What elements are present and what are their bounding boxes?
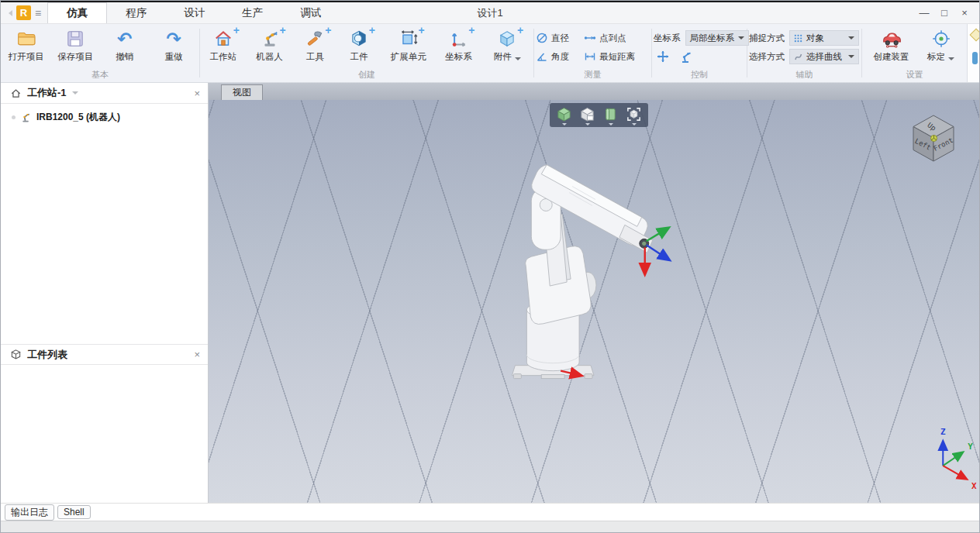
create-device-button[interactable]: 创建装置 bbox=[866, 28, 917, 63]
tree-item-robot[interactable]: IRB1200_5 (机器人) bbox=[12, 111, 208, 124]
shortest-distance-icon bbox=[584, 50, 596, 63]
create-attachment-button[interactable]: + 附件 bbox=[482, 28, 532, 63]
snap-grid-icon bbox=[794, 34, 802, 43]
create-extension-unit-button[interactable]: + 扩展单元 bbox=[382, 28, 435, 63]
workpiece-list-empty bbox=[1, 365, 208, 503]
output-log-tab[interactable]: 输出日志 bbox=[5, 504, 54, 521]
workpiece-panel-header: 工件列表 × bbox=[1, 344, 208, 365]
station-panel-close-button[interactable]: × bbox=[194, 88, 200, 98]
viewport-render-toolbar bbox=[550, 103, 648, 127]
menu-icon[interactable]: ≡ bbox=[35, 8, 41, 19]
render-wireframe-button[interactable] bbox=[579, 106, 595, 126]
statusbar bbox=[1, 521, 979, 532]
measure-diameter-button[interactable]: 直径 bbox=[536, 32, 579, 44]
sidebar: 工作站-1 × IRB1200_5 (机器人) 工件列表 × bbox=[1, 83, 209, 503]
robot-node-icon bbox=[20, 112, 32, 123]
box-icon bbox=[10, 349, 22, 360]
tab-design[interactable]: 设计 bbox=[165, 2, 223, 23]
wireframe-cube-icon bbox=[579, 106, 595, 122]
scene-3d[interactable]: Z Y X bbox=[209, 100, 979, 503]
station-dropdown-icon[interactable] bbox=[72, 91, 78, 95]
undo-icon: ↶ bbox=[115, 29, 135, 49]
maximize-button[interactable]: □ bbox=[934, 7, 954, 19]
save-project-button[interactable]: 保存项目 bbox=[52, 28, 100, 63]
clipped-ribbon-group bbox=[967, 24, 979, 82]
tab-production[interactable]: 生产 bbox=[223, 2, 281, 23]
folder-icon bbox=[16, 29, 36, 49]
select-mode-select[interactable]: 选择曲线 bbox=[789, 49, 859, 64]
render-solid-button[interactable] bbox=[602, 106, 619, 126]
workstation-house-icon: + bbox=[213, 29, 233, 49]
workpiece-panel-close-button[interactable]: × bbox=[194, 349, 200, 359]
move-control-button[interactable] bbox=[654, 48, 672, 65]
ribbon-group-control: 坐标系 局部坐标系 控制 bbox=[652, 24, 747, 82]
car-device-icon bbox=[882, 29, 902, 49]
tab-program[interactable]: 程序 bbox=[107, 2, 165, 23]
create-workpiece-button[interactable]: + 工件 bbox=[337, 28, 381, 63]
ribbon-group-measure: 直径 点到点 角度 最短距离 测量 bbox=[534, 24, 651, 82]
titlebar: R ≡ 仿真 程序 设计 生产 调试 设计1 — □ × bbox=[1, 2, 979, 24]
axis-x-label: X bbox=[971, 481, 977, 491]
minimize-button[interactable]: — bbox=[914, 7, 934, 19]
calibrate-button[interactable]: 标定 bbox=[919, 28, 964, 63]
create-workstation-button[interactable]: + 工作站 bbox=[202, 28, 245, 63]
close-button[interactable]: × bbox=[954, 7, 975, 19]
floppy-disk-icon bbox=[65, 29, 85, 49]
move-icon bbox=[655, 49, 671, 64]
station-panel-header: 工作站-1 × bbox=[1, 83, 208, 104]
calibrate-target-icon bbox=[931, 29, 951, 49]
robot-model[interactable] bbox=[512, 165, 652, 379]
shell-tab[interactable]: Shell bbox=[57, 505, 91, 519]
measure-shortest-distance-button[interactable]: 最短距离 bbox=[584, 50, 635, 63]
station-tree: IRB1200_5 (机器人) bbox=[1, 104, 208, 344]
create-coord-system-button[interactable]: + 坐标系 bbox=[437, 28, 481, 63]
solid-slab-icon bbox=[602, 106, 619, 122]
world-axis-triad bbox=[943, 442, 966, 479]
axis-z-label: Z bbox=[940, 427, 946, 437]
diameter-icon bbox=[536, 32, 548, 44]
tab-debug[interactable]: 调试 bbox=[281, 2, 340, 23]
redo-icon: ↷ bbox=[164, 29, 184, 49]
measure-point-to-point-button[interactable]: 点到点 bbox=[584, 32, 626, 44]
undo-button[interactable]: ↶ 撤销 bbox=[101, 28, 149, 63]
zoom-fit-button[interactable] bbox=[626, 106, 642, 126]
viewport-tabstrip: 视图 bbox=[209, 83, 979, 100]
view-cube[interactable]: Up Left Front bbox=[905, 109, 962, 167]
robot-jog-button[interactable] bbox=[677, 48, 695, 65]
viewport: 视图 bbox=[209, 83, 979, 503]
viewport-tab-view[interactable]: 视图 bbox=[221, 84, 263, 100]
measure-angle-button[interactable]: 角度 bbox=[536, 50, 579, 63]
point-to-point-icon bbox=[584, 32, 596, 44]
collapse-arrow-icon[interactable] bbox=[9, 10, 12, 16]
clipped-icon bbox=[972, 52, 978, 64]
tab-simulation[interactable]: 仿真 bbox=[47, 2, 107, 23]
shaded-cube-icon bbox=[556, 106, 572, 122]
ribbon-group-assist: 捕捉方式 对象 选择方式 选择曲线 辅助 bbox=[747, 24, 861, 82]
extension-unit-icon: + bbox=[399, 29, 419, 49]
calibrate-dropdown-icon[interactable] bbox=[948, 57, 954, 60]
create-tool-button[interactable]: + 工具 bbox=[294, 28, 336, 63]
viewport-canvas[interactable]: Z Y X bbox=[209, 100, 979, 503]
app-logo[interactable]: R bbox=[16, 5, 31, 20]
clipped-icon bbox=[970, 29, 979, 42]
render-shaded-button[interactable] bbox=[556, 106, 572, 126]
main-menu-tabs: 仿真 程序 设计 生产 调试 bbox=[47, 2, 340, 23]
ribbon-group-create: + 工作站 + 机器人 + 工具 bbox=[200, 24, 533, 82]
create-robot-button[interactable]: + 机器人 bbox=[247, 28, 293, 63]
viewcube-corner-highlight[interactable] bbox=[931, 136, 937, 142]
robot-arm-icon: + bbox=[260, 29, 280, 49]
open-project-button[interactable]: 打开项目 bbox=[2, 28, 50, 63]
coordinate-axes-icon: + bbox=[448, 29, 468, 49]
home-icon bbox=[10, 88, 22, 99]
tree-expand-icon[interactable] bbox=[12, 115, 16, 119]
coord-system-select[interactable]: 局部坐标系 bbox=[685, 30, 750, 46]
ribbon: 打开项目 保存项目 ↶ 撤销 ↷ 重做 基本 bbox=[1, 24, 979, 83]
attachment-dropdown-icon[interactable] bbox=[515, 57, 521, 60]
axis-y-label: Y bbox=[968, 442, 973, 452]
redo-button[interactable]: ↷ 重做 bbox=[150, 28, 198, 63]
select-curve-icon bbox=[794, 52, 802, 61]
snap-mode-select[interactable]: 对象 bbox=[789, 30, 859, 46]
attachment-cube-icon: + bbox=[497, 29, 517, 49]
robot-jog-icon bbox=[678, 49, 694, 64]
ribbon-group-basic: 打开项目 保存项目 ↶ 撤销 ↷ 重做 基本 bbox=[1, 24, 199, 82]
